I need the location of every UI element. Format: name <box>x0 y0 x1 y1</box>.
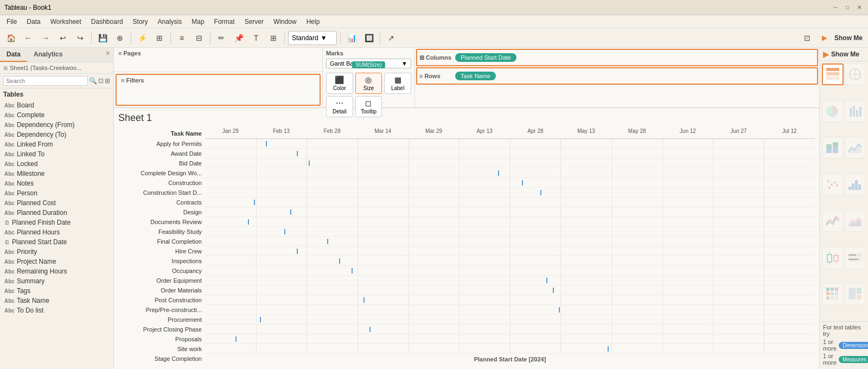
pin-button[interactable]: 📌 <box>231 30 246 46</box>
table-item-project-name[interactable]: AbcProject Name <box>0 257 113 266</box>
menu-worksheet[interactable]: Worksheet <box>46 17 86 27</box>
standard-dropdown[interactable]: Standard ▼ <box>288 31 337 45</box>
marks-color-btn[interactable]: ⬛ Color <box>326 73 353 94</box>
chart-bar[interactable] <box>845 100 866 122</box>
measures-pill[interactable]: Measures <box>839 356 868 363</box>
table-item-task-name[interactable]: AbcTask Name <box>0 296 113 306</box>
standard-label: Standard <box>292 34 318 42</box>
label-icon: ▦ <box>394 75 401 84</box>
chart-area[interactable] <box>845 137 866 158</box>
chart-colormap[interactable] <box>822 283 844 305</box>
tab-data[interactable]: Data <box>0 48 27 62</box>
menu-dashboard[interactable]: Dashboard <box>87 17 127 27</box>
table-item-remaining-hours[interactable]: AbcRemaining Hours <box>0 266 113 276</box>
sort-icon[interactable]: ⊞ <box>105 77 110 85</box>
table-item-dep-to[interactable]: AbcDependency (To) <box>0 130 113 139</box>
menu-story[interactable]: Story <box>129 17 152 27</box>
menu-help[interactable]: Help <box>302 17 324 27</box>
rows-label: ≡ Rows <box>419 73 453 79</box>
date-jun12: Jun 12 <box>662 128 713 138</box>
chart-area2[interactable] <box>845 210 866 232</box>
marks-size-btn[interactable]: SUM(Size) ◎ Size <box>355 73 382 94</box>
show-me-toggle[interactable]: ▶ <box>817 30 832 46</box>
panel-close[interactable]: ✕ <box>102 48 113 62</box>
marks-label-btn[interactable]: ▦ Label <box>384 73 411 94</box>
chart-treemap[interactable] <box>845 283 866 305</box>
table-item-person[interactable]: AbcPerson <box>0 188 113 198</box>
undo-button[interactable]: ↩ <box>55 30 71 46</box>
chart-btn2[interactable]: 🔲 <box>361 30 376 46</box>
minimize-button[interactable]: ─ <box>831 3 840 12</box>
table-item-priority[interactable]: AbcPriority <box>0 247 113 257</box>
gantt-row-1 <box>205 149 815 158</box>
brush-button[interactable]: ✏ <box>214 30 229 46</box>
tab-analytics[interactable]: Analytics <box>27 48 69 62</box>
svg-rect-0 <box>826 68 839 71</box>
table-item-complete[interactable]: AbcComplete <box>0 110 113 120</box>
forward-button[interactable]: → <box>38 30 53 46</box>
chart-geo-map[interactable] <box>845 63 866 85</box>
detail-icon: ⋯ <box>336 99 343 107</box>
table-item-milestone[interactable]: AbcMilestone <box>0 169 113 179</box>
table-item-notes[interactable]: AbcNotes <box>0 179 113 188</box>
chart-bullet[interactable] <box>845 247 866 269</box>
dimensions-pill[interactable]: Dimensions <box>839 342 868 349</box>
rows-pill[interactable]: Task Name <box>455 72 496 80</box>
menu-window[interactable]: Window <box>269 17 301 27</box>
table-item-tags[interactable]: AbcTags <box>0 286 113 296</box>
chart-scatter[interactable] <box>822 174 844 195</box>
table-item-planned-hours[interactable]: AbcPlanned Hours <box>0 227 113 237</box>
menu-map[interactable]: Map <box>187 17 208 27</box>
table-item-summary[interactable]: AbcSummary <box>0 276 113 286</box>
gantt-row-6 <box>205 198 815 207</box>
chart-stacked-bar[interactable] <box>822 137 844 158</box>
present-button[interactable]: ⊡ <box>800 30 815 46</box>
chart-line[interactable] <box>822 210 844 232</box>
menu-file[interactable]: File <box>2 17 21 27</box>
toolbar: 🏠 ← → ↩ ↪ 💾 ⊕ ⚡ ⊞ ≡ ⊟ ✏ 📌 T ⊞ Standard ▼… <box>0 28 868 48</box>
data-source-label[interactable]: ⊞ Sheet1 (Tasks-Creekwoo... <box>0 62 113 74</box>
sep5 <box>284 32 285 44</box>
redo-button[interactable]: ↪ <box>73 30 88 46</box>
text-button[interactable]: T <box>248 30 264 46</box>
chart-histogram[interactable] <box>845 174 866 195</box>
maximize-button[interactable]: □ <box>843 3 852 12</box>
zoom-button[interactable]: ⊞ <box>266 30 281 46</box>
home-button[interactable]: 🏠 <box>3 30 18 46</box>
chart-btn1[interactable]: 📊 <box>344 30 359 46</box>
table-item-todo[interactable]: AbcTo Do list <box>0 306 113 315</box>
search-input[interactable] <box>3 76 88 86</box>
table-item-linked-to[interactable]: AbcLinked To <box>0 149 113 159</box>
chart-text-table[interactable] <box>822 63 844 85</box>
search-icon[interactable]: 🔍 <box>89 77 97 85</box>
menu-format[interactable]: Format <box>210 17 239 27</box>
columns-pill[interactable]: Planned Start Date <box>455 53 516 62</box>
menu-analysis[interactable]: Analysis <box>154 17 187 27</box>
table-item-planned-start[interactable]: 🗓Planned Start Date <box>0 237 113 247</box>
connect-button[interactable]: ⚡ <box>135 30 150 46</box>
table-item-planned-finish[interactable]: 🗓Planned Finish Date <box>0 218 113 227</box>
close-button[interactable]: ✕ <box>855 3 864 12</box>
table-item-board[interactable]: AbcBoard <box>0 100 113 110</box>
chart-box[interactable] <box>822 247 844 269</box>
extract-button[interactable]: ⊞ <box>152 30 167 46</box>
share-button[interactable]: ↗ <box>384 30 399 46</box>
table-item-locked[interactable]: AbcLocked <box>0 159 113 169</box>
gantt-row-20 <box>205 334 815 344</box>
svg-rect-39 <box>826 292 829 295</box>
svg-rect-12 <box>833 147 838 153</box>
filter-icon[interactable]: ⊡ <box>98 77 104 85</box>
new-ds-button[interactable]: ⊕ <box>112 30 127 46</box>
table-item-planned-duration[interactable]: AbcPlanned Duration <box>0 208 113 218</box>
chart-pie[interactable] <box>822 100 844 122</box>
back-button[interactable]: ← <box>21 30 36 46</box>
table-item-planned-cost[interactable]: AbcPlanned Cost <box>0 198 113 208</box>
menu-data[interactable]: Data <box>22 17 44 27</box>
show-rows-button[interactable]: ⊟ <box>192 30 207 46</box>
show-cols-button[interactable]: ≡ <box>174 30 189 46</box>
table-item-linked-from[interactable]: AbcLinked From <box>0 139 113 149</box>
menu-server[interactable]: Server <box>240 17 268 27</box>
save-button[interactable]: 💾 <box>95 30 110 46</box>
table-item-dep-from[interactable]: AbcDependency (From) <box>0 120 113 130</box>
date-feb28: Feb 28 <box>307 128 358 138</box>
